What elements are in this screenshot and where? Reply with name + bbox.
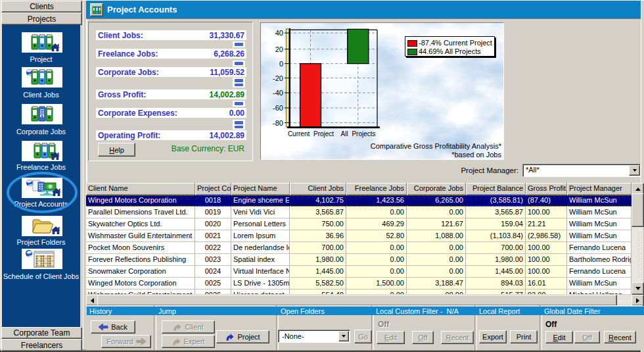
svg-text:*based on Jobs: *based on Jobs [451, 151, 501, 159]
svg-text:-60: -60 [273, 104, 283, 112]
svg-text:-40: -40 [273, 89, 283, 97]
svg-text:0: 0 [279, 60, 283, 68]
svg-text:40: 40 [275, 29, 283, 37]
svg-text:Comparative Gross Profitabilit: Comparative Gross Profitability Analysis… [371, 142, 502, 150]
svg-text:20: 20 [275, 45, 283, 53]
svg-text:Current Project: Current Project [288, 130, 334, 138]
svg-text:-20: -20 [273, 74, 283, 82]
svg-text:All Projects: All Projects [340, 130, 375, 138]
svg-text:-80: -80 [273, 119, 283, 127]
